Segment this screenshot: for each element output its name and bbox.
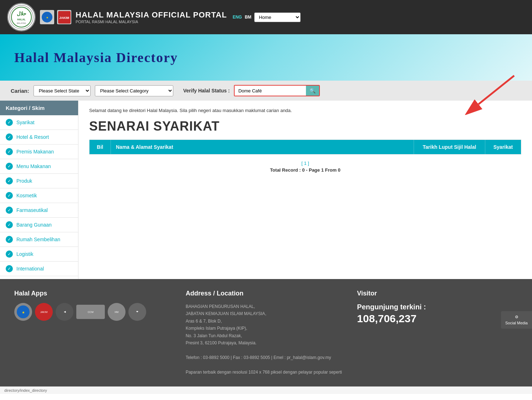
footer-contact: Telefon : 03-8892 5000 | Fax : 03-8892 5… — [186, 354, 347, 361]
sidebar-item-produk[interactable]: ✓ Produk — [0, 174, 78, 188]
sidebar-item-label: Premis Makanan — [16, 149, 54, 155]
sidebar-item-farmaseutikal[interactable]: ✓ Farmaseutikal — [0, 203, 78, 218]
check-icon: ✓ — [6, 119, 13, 126]
state-select[interactable]: Please Select State — [34, 85, 91, 96]
total-record: Total Record : 0 - Page 1 From 0 — [89, 167, 521, 173]
sidebar-item-barang[interactable]: ✓ Barang Gunaan — [0, 218, 78, 232]
check-icon: ✓ — [6, 221, 13, 228]
lang-eng-btn[interactable]: ENG — [232, 15, 242, 20]
search-bar: Carian: Please Select State Please Selec… — [0, 81, 532, 101]
table-header-tarikh: Tarikh Luput Sijil Halal — [414, 140, 485, 154]
portal-title-text: HALAL MALAYSIA OFFICIAL PORTAL — [76, 10, 227, 20]
check-icon: ✓ — [6, 192, 13, 199]
category-select[interactable]: Please Select Category — [95, 85, 173, 96]
gov-logo-2: JAKIM — [57, 10, 71, 24]
svg-point-0 — [10, 5, 33, 29]
sidebar-item-menu[interactable]: ✓ Menu Makanan — [0, 159, 78, 174]
svg-text:MALAYSIA: MALAYSIA — [17, 22, 26, 24]
status-url: directory/index_directory — [4, 388, 47, 393]
sidebar-item-label: Farmaseutikal — [16, 207, 48, 213]
footer: Halal Apps ★ JAKIM ◀ CCM HM ❤ — [0, 279, 532, 386]
sidebar-item-syarikat[interactable]: ✓ Syarikat — [0, 115, 78, 130]
gear-icon: ⚙ — [515, 315, 518, 319]
svg-text:★: ★ — [22, 310, 25, 314]
header-nav: ENG BM Home — [232, 12, 301, 22]
check-icon: ✓ — [6, 177, 13, 184]
sidebar-item-label: Rumah Sembelihan — [16, 237, 60, 242]
lang-bm-btn[interactable]: BM — [245, 15, 251, 20]
sidebar-item-international[interactable]: ✓ International — [0, 262, 78, 276]
check-icon: ✓ — [6, 163, 13, 170]
social-media-label: Social Media — [505, 321, 528, 325]
footer-address-text: BAHAGIAN PENGURUSAN HALAL, JABATAN KEMAJ… — [186, 303, 347, 376]
sidebar-item-label: Barang Gunaan — [16, 222, 52, 228]
table-header-nama: Nama & Alamat Syarikat — [111, 140, 414, 154]
sidebar-item-label: Produk — [16, 178, 32, 184]
sidebar-item-premis[interactable]: ✓ Premis Makanan — [0, 145, 78, 159]
footer-visitor-title: Visitor — [357, 290, 518, 297]
svg-text:JAKIM: JAKIM — [59, 16, 69, 20]
header: حلال HALAL MALAYSIA ★ JAKIM HALAL MALAYS… — [0, 0, 532, 34]
app-logo-3: ◀ — [56, 303, 73, 321]
footer-resolution: Paparan terbaik dengan resolusi 1024 x 7… — [186, 369, 347, 376]
app-logo-2: JAKIM — [35, 303, 53, 321]
portal-title: HALAL MALAYSIA OFFICIAL PORTAL PORTAL RA… — [76, 10, 227, 24]
gov-logos: ★ JAKIM — [40, 10, 71, 24]
app-logo-5: HM — [108, 303, 126, 321]
svg-text:حلال: حلال — [17, 11, 26, 16]
social-media-button[interactable]: ⚙ Social Media — [501, 311, 532, 329]
footer-app-logos: ★ JAKIM ◀ CCM HM ❤ — [14, 303, 175, 321]
sidebar-item-label: Logistik — [16, 251, 33, 257]
verify-label: Verify Halal Status : — [183, 88, 230, 93]
welcome-message: Selamat datang ke direktori Halal Malays… — [89, 108, 521, 113]
sidebar-item-rumah[interactable]: ✓ Rumah Sembelihan — [0, 232, 78, 247]
check-icon: ✓ — [6, 207, 13, 214]
table-header-syarikat: Syarikat — [485, 140, 521, 154]
footer-visitor: Visitor Pengunjung terkini : 108,706,237 — [357, 290, 518, 376]
content-area: Selamat datang ke direktori Halal Malays… — [78, 101, 532, 279]
sidebar-item-label: Syarikat — [16, 120, 35, 125]
senarai-title: SENARAI SYARIKAT — [89, 119, 521, 134]
check-icon: ✓ — [6, 236, 13, 243]
search-label: Carian: — [11, 88, 29, 94]
results-table: Bil Nama & Alamat Syarikat Tarikh Luput … — [89, 140, 521, 155]
sidebar-item-label: Hotel & Resort — [16, 134, 49, 140]
sidebar-item-label: Menu Makanan — [16, 163, 51, 169]
footer-address-title: Address / Location — [186, 290, 347, 297]
status-bar: directory/index_directory — [0, 386, 532, 394]
page-link[interactable]: [ 1 ] — [301, 161, 309, 166]
app-logo-1: ★ — [14, 303, 32, 321]
visitor-label: Pengunjung terkini : — [357, 303, 518, 311]
verify-search-button[interactable]: 🔍 — [306, 86, 319, 96]
table-header-bil: Bil — [89, 140, 111, 154]
visitor-count: 108,706,237 — [357, 313, 518, 325]
footer-address: Address / Location BAHAGIAN PENGURUSAN H… — [186, 290, 347, 376]
portal-subtitle: PORTAL RASMI HALAL MALAYSIA — [76, 20, 227, 24]
footer-apps: Halal Apps ★ JAKIM ◀ CCM HM ❤ — [14, 290, 175, 376]
sidebar-item-kosmetik[interactable]: ✓ Kosmetik — [0, 188, 78, 203]
verify-input-wrap: 🔍 — [234, 85, 320, 96]
check-icon: ✓ — [6, 250, 13, 258]
main-content: Kategori / Skim ✓ Syarikat ✓ Hotel & Res… — [0, 101, 532, 279]
app-logo-6: ❤ — [128, 303, 146, 321]
halal-logo: حلال HALAL MALAYSIA — [7, 3, 36, 31]
svg-text:★: ★ — [46, 16, 48, 19]
pagination: [ 1 ] — [89, 160, 521, 166]
sidebar-item-logistik[interactable]: ✓ Logistik — [0, 247, 78, 262]
logo-area: حلال HALAL MALAYSIA ★ JAKIM HALAL MALAYS… — [7, 3, 227, 31]
app-logo-4: CCM — [76, 305, 105, 319]
verify-input[interactable] — [235, 86, 306, 96]
banner: Halal Malaysia Directory — [0, 34, 532, 81]
check-icon: ✓ — [6, 148, 13, 155]
gov-logo-1: ★ — [40, 10, 54, 24]
sidebar-item-label: Kosmetik — [16, 193, 37, 198]
sidebar-item-hotel[interactable]: ✓ Hotel & Resort — [0, 130, 78, 145]
check-icon: ✓ — [6, 265, 13, 272]
check-icon: ✓ — [6, 133, 13, 141]
home-dropdown[interactable]: Home — [254, 12, 301, 22]
table-header: Bil Nama & Alamat Syarikat Tarikh Luput … — [89, 140, 521, 154]
banner-title: Halal Malaysia Directory — [14, 50, 178, 65]
sidebar-title: Kategori / Skim — [0, 101, 78, 115]
svg-text:HALAL: HALAL — [17, 18, 26, 21]
sidebar-item-label: International — [16, 266, 44, 272]
